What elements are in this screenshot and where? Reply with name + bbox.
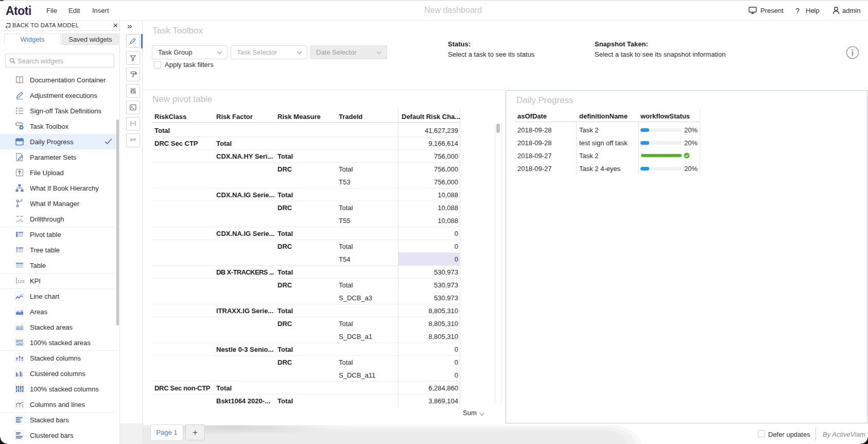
svg-text:123: 123	[18, 279, 24, 284]
svg-text:E: E	[16, 247, 18, 249]
